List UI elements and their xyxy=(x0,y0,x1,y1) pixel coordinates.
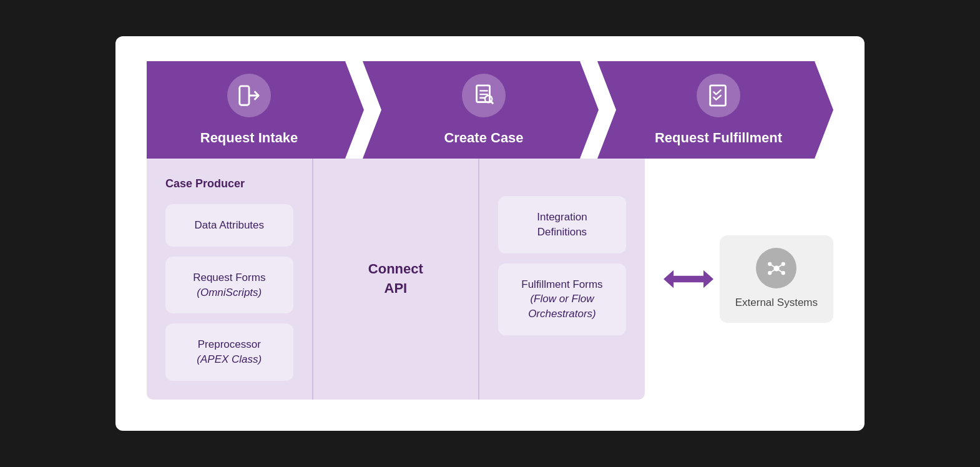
external-systems-box: External Systems xyxy=(720,235,833,322)
step1-item-3: Preprocessor(APEX Class) xyxy=(165,323,293,381)
checklist-icon xyxy=(707,84,730,107)
step1-label: Request Intake xyxy=(200,130,298,146)
body-row: Case Producer Data Attributes Request Fo… xyxy=(147,159,833,400)
step2-body: ConnectAPI xyxy=(313,159,480,400)
svg-rect-0 xyxy=(240,86,249,105)
svg-marker-9 xyxy=(664,270,713,288)
request-intake-icon-circle xyxy=(227,74,271,117)
diagram-container: Request Intake Create Case xyxy=(115,36,865,431)
create-case-icon-circle xyxy=(462,74,506,117)
step1-item-1: Data Attributes xyxy=(165,204,293,247)
step3-body: IntegrationDefinitions Fulfillment Forms… xyxy=(479,159,645,400)
double-arrow xyxy=(664,267,713,292)
header-row: Request Intake Create Case xyxy=(147,61,833,159)
svg-rect-8 xyxy=(710,86,726,106)
login-icon xyxy=(237,84,261,107)
external-systems-label: External Systems xyxy=(735,296,818,310)
double-arrow-icon xyxy=(664,267,713,292)
step2-label: Create Case xyxy=(444,130,523,146)
step1-body: Case Producer Data Attributes Request Fo… xyxy=(147,159,313,400)
step-header-create-case: Create Case xyxy=(363,61,599,159)
step-header-request-fulfillment: Request Fulfillment xyxy=(597,61,833,159)
request-fulfillment-icon-circle xyxy=(697,74,740,117)
external-systems-icon xyxy=(765,257,788,280)
external-wrapper: External Systems xyxy=(645,159,833,400)
step3-label: Request Fulfillment xyxy=(655,130,782,146)
connect-api-text: ConnectAPI xyxy=(368,260,423,298)
step3-item-fulfillment: Fulfillment Forms(Flow or FlowOrchestrat… xyxy=(498,263,626,335)
step3-item-integration: IntegrationDefinitions xyxy=(498,196,626,253)
external-systems-icon-circle xyxy=(756,248,796,288)
document-icon xyxy=(472,84,496,107)
step-header-request-intake: Request Intake xyxy=(147,61,364,159)
step1-item-2: Request Forms(OmniScripts) xyxy=(165,257,293,314)
step1-body-label: Case Producer xyxy=(165,177,293,190)
